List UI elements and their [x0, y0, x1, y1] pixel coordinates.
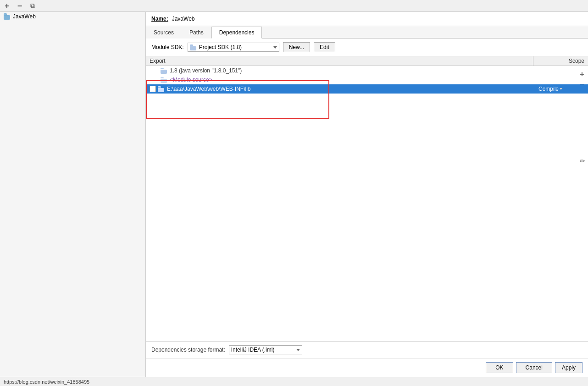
buttons-row: OK Cancel Apply: [146, 358, 588, 377]
top-toolbar: + − ⧉: [0, 0, 588, 12]
deps-scope-header: Scope: [533, 56, 588, 66]
new-sdk-button[interactable]: New...: [283, 42, 310, 52]
dep-row-lib[interactable]: E:\aaa\JavaWeb\web\WEB-INF\lib Compile: [146, 84, 588, 94]
name-row: Name: JavaWeb: [146, 12, 588, 26]
status-text: https://blog.csdn.net/weixin_41858495: [4, 379, 89, 385]
main-area: JavaWeb Name: JavaWeb Sources Paths Depe…: [0, 12, 588, 377]
dep-lib-scope-arrow-icon: [560, 88, 562, 90]
storage-dropdown-arrow-icon: [296, 349, 300, 351]
apply-button[interactable]: Apply: [555, 362, 582, 373]
dep-row-jdk[interactable]: 1.8 (java version "1.8.0_151"): [146, 66, 588, 75]
deps-list: 1.8 (java version "1.8.0_151") <Module s…: [146, 66, 588, 341]
dep-row-module-source[interactable]: <Module source>: [146, 75, 588, 84]
remove-module-button[interactable]: −: [15, 1, 25, 11]
deps-export-header: Export: [146, 56, 533, 66]
dep-lib-name: E:\aaa\JavaWeb\web\WEB-INF\lib: [167, 86, 537, 92]
module-item-label: JavaWeb: [13, 13, 36, 20]
tab-dependencies[interactable]: Dependencies: [211, 27, 262, 39]
dep-lib-checkbox[interactable]: [150, 86, 156, 92]
storage-select-text: IntelliJ IDEA (.iml): [231, 347, 294, 353]
edit-sdk-button[interactable]: Edit: [314, 42, 335, 52]
sdk-dropdown-arrow-icon: [273, 46, 277, 49]
tabs-row: Sources Paths Dependencies: [146, 26, 588, 39]
name-value: JavaWeb: [172, 16, 195, 22]
dep-jdk-name: 1.8 (java version "1.8.0_151"): [170, 67, 537, 74]
sdk-select-text: Project SDK (1.8): [199, 44, 272, 50]
sdk-label: Module SDK:: [151, 44, 184, 50]
copy-icon: ⧉: [30, 2, 35, 10]
tab-sources[interactable]: Sources: [146, 27, 182, 39]
right-panel: Name: JavaWeb Sources Paths Dependencies…: [146, 12, 588, 377]
bottom-area: Dependencies storage format: IntelliJ ID…: [146, 341, 588, 377]
dep-jdk-folder-icon: [161, 68, 168, 74]
sdk-select[interactable]: Project SDK (1.8): [188, 43, 279, 52]
module-item-javaweb[interactable]: JavaWeb: [0, 12, 145, 21]
storage-select[interactable]: IntelliJ IDEA (.iml): [229, 345, 302, 354]
storage-row: Dependencies storage format: IntelliJ ID…: [146, 342, 588, 358]
dep-lib-folder-icon: [158, 86, 165, 92]
cancel-button[interactable]: Cancel: [516, 362, 552, 373]
sdk-row: Module SDK: Project SDK (1.8) New... Edi…: [146, 39, 588, 56]
module-folder-icon: [4, 13, 11, 20]
dep-module-source-name: <Module source>: [170, 77, 537, 83]
plus-icon: +: [5, 2, 9, 10]
copy-module-button[interactable]: ⧉: [28, 1, 38, 11]
deps-area: Export Scope + − ✏ 1.8 (java version "1.…: [146, 56, 588, 341]
sdk-folder-icon: [190, 44, 197, 50]
tab-paths[interactable]: Paths: [182, 27, 211, 39]
minus-icon: −: [17, 2, 22, 10]
left-panel: JavaWeb: [0, 12, 146, 377]
dep-module-source-folder-icon: [161, 77, 168, 83]
storage-label: Dependencies storage format:: [151, 347, 225, 353]
name-label: Name:: [151, 16, 168, 22]
add-module-button[interactable]: +: [2, 1, 12, 11]
dep-lib-scope: Compile: [538, 86, 584, 92]
deps-header: Export Scope: [146, 56, 588, 66]
ok-button[interactable]: OK: [486, 362, 513, 373]
status-bar: https://blog.csdn.net/weixin_41858495: [0, 377, 588, 386]
dep-lib-scope-dropdown[interactable]: Compile: [538, 86, 584, 92]
dep-lib-scope-label: Compile: [538, 86, 559, 92]
